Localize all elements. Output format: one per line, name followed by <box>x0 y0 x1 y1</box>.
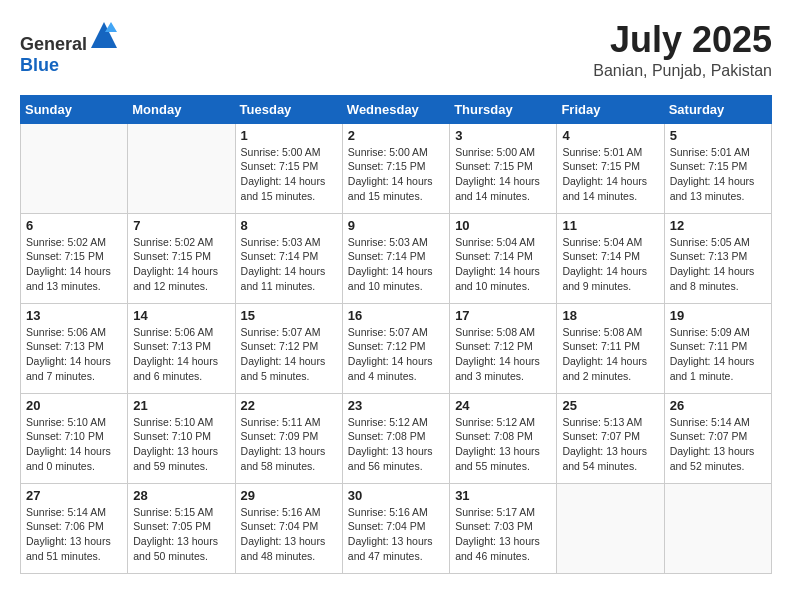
day-info: Sunrise: 5:08 AM Sunset: 7:11 PM Dayligh… <box>562 325 658 384</box>
day-number: 2 <box>348 128 444 143</box>
logo: General Blue <box>20 20 119 76</box>
calendar-cell: 9Sunrise: 5:03 AM Sunset: 7:14 PM Daylig… <box>342 213 449 303</box>
day-info: Sunrise: 5:01 AM Sunset: 7:15 PM Dayligh… <box>562 145 658 204</box>
title-block: July 2025 Banian, Punjab, Pakistan <box>593 20 772 80</box>
calendar-cell <box>21 123 128 213</box>
calendar-cell: 6Sunrise: 5:02 AM Sunset: 7:15 PM Daylig… <box>21 213 128 303</box>
calendar-cell: 22Sunrise: 5:11 AM Sunset: 7:09 PM Dayli… <box>235 393 342 483</box>
calendar-cell: 25Sunrise: 5:13 AM Sunset: 7:07 PM Dayli… <box>557 393 664 483</box>
calendar-cell: 18Sunrise: 5:08 AM Sunset: 7:11 PM Dayli… <box>557 303 664 393</box>
day-info: Sunrise: 5:03 AM Sunset: 7:14 PM Dayligh… <box>241 235 337 294</box>
day-number: 15 <box>241 308 337 323</box>
day-info: Sunrise: 5:06 AM Sunset: 7:13 PM Dayligh… <box>133 325 229 384</box>
calendar-cell <box>128 123 235 213</box>
calendar-cell: 10Sunrise: 5:04 AM Sunset: 7:14 PM Dayli… <box>450 213 557 303</box>
calendar-cell: 28Sunrise: 5:15 AM Sunset: 7:05 PM Dayli… <box>128 483 235 573</box>
logo-icon <box>89 20 119 50</box>
calendar-cell: 8Sunrise: 5:03 AM Sunset: 7:14 PM Daylig… <box>235 213 342 303</box>
day-number: 30 <box>348 488 444 503</box>
calendar-cell <box>664 483 771 573</box>
day-number: 5 <box>670 128 766 143</box>
day-number: 28 <box>133 488 229 503</box>
calendar-cell <box>557 483 664 573</box>
calendar-header-tuesday: Tuesday <box>235 95 342 123</box>
day-info: Sunrise: 5:00 AM Sunset: 7:15 PM Dayligh… <box>455 145 551 204</box>
day-info: Sunrise: 5:00 AM Sunset: 7:15 PM Dayligh… <box>348 145 444 204</box>
day-info: Sunrise: 5:01 AM Sunset: 7:15 PM Dayligh… <box>670 145 766 204</box>
calendar-cell: 29Sunrise: 5:16 AM Sunset: 7:04 PM Dayli… <box>235 483 342 573</box>
day-info: Sunrise: 5:08 AM Sunset: 7:12 PM Dayligh… <box>455 325 551 384</box>
calendar-week-row: 6Sunrise: 5:02 AM Sunset: 7:15 PM Daylig… <box>21 213 772 303</box>
day-info: Sunrise: 5:13 AM Sunset: 7:07 PM Dayligh… <box>562 415 658 474</box>
day-info: Sunrise: 5:07 AM Sunset: 7:12 PM Dayligh… <box>348 325 444 384</box>
day-info: Sunrise: 5:02 AM Sunset: 7:15 PM Dayligh… <box>26 235 122 294</box>
calendar-week-row: 1Sunrise: 5:00 AM Sunset: 7:15 PM Daylig… <box>21 123 772 213</box>
day-number: 29 <box>241 488 337 503</box>
calendar-cell: 12Sunrise: 5:05 AM Sunset: 7:13 PM Dayli… <box>664 213 771 303</box>
calendar-cell: 26Sunrise: 5:14 AM Sunset: 7:07 PM Dayli… <box>664 393 771 483</box>
calendar-header-sunday: Sunday <box>21 95 128 123</box>
day-info: Sunrise: 5:14 AM Sunset: 7:07 PM Dayligh… <box>670 415 766 474</box>
calendar-week-row: 27Sunrise: 5:14 AM Sunset: 7:06 PM Dayli… <box>21 483 772 573</box>
day-info: Sunrise: 5:00 AM Sunset: 7:15 PM Dayligh… <box>241 145 337 204</box>
calendar-cell: 16Sunrise: 5:07 AM Sunset: 7:12 PM Dayli… <box>342 303 449 393</box>
day-info: Sunrise: 5:10 AM Sunset: 7:10 PM Dayligh… <box>133 415 229 474</box>
day-number: 27 <box>26 488 122 503</box>
day-info: Sunrise: 5:05 AM Sunset: 7:13 PM Dayligh… <box>670 235 766 294</box>
calendar-header-thursday: Thursday <box>450 95 557 123</box>
calendar-cell: 11Sunrise: 5:04 AM Sunset: 7:14 PM Dayli… <box>557 213 664 303</box>
calendar-cell: 20Sunrise: 5:10 AM Sunset: 7:10 PM Dayli… <box>21 393 128 483</box>
day-number: 13 <box>26 308 122 323</box>
calendar-cell: 1Sunrise: 5:00 AM Sunset: 7:15 PM Daylig… <box>235 123 342 213</box>
day-number: 7 <box>133 218 229 233</box>
day-number: 23 <box>348 398 444 413</box>
day-info: Sunrise: 5:14 AM Sunset: 7:06 PM Dayligh… <box>26 505 122 564</box>
calendar-cell: 2Sunrise: 5:00 AM Sunset: 7:15 PM Daylig… <box>342 123 449 213</box>
day-number: 4 <box>562 128 658 143</box>
logo-text: General Blue <box>20 20 119 76</box>
day-number: 22 <box>241 398 337 413</box>
day-number: 25 <box>562 398 658 413</box>
day-number: 8 <box>241 218 337 233</box>
calendar-cell: 31Sunrise: 5:17 AM Sunset: 7:03 PM Dayli… <box>450 483 557 573</box>
calendar-cell: 5Sunrise: 5:01 AM Sunset: 7:15 PM Daylig… <box>664 123 771 213</box>
day-info: Sunrise: 5:12 AM Sunset: 7:08 PM Dayligh… <box>348 415 444 474</box>
day-info: Sunrise: 5:09 AM Sunset: 7:11 PM Dayligh… <box>670 325 766 384</box>
day-info: Sunrise: 5:04 AM Sunset: 7:14 PM Dayligh… <box>562 235 658 294</box>
location-title: Banian, Punjab, Pakistan <box>593 62 772 80</box>
day-number: 26 <box>670 398 766 413</box>
calendar-cell: 15Sunrise: 5:07 AM Sunset: 7:12 PM Dayli… <box>235 303 342 393</box>
day-info: Sunrise: 5:07 AM Sunset: 7:12 PM Dayligh… <box>241 325 337 384</box>
day-number: 16 <box>348 308 444 323</box>
calendar-header-saturday: Saturday <box>664 95 771 123</box>
day-number: 3 <box>455 128 551 143</box>
calendar-cell: 4Sunrise: 5:01 AM Sunset: 7:15 PM Daylig… <box>557 123 664 213</box>
calendar-table: SundayMondayTuesdayWednesdayThursdayFrid… <box>20 95 772 574</box>
day-number: 18 <box>562 308 658 323</box>
calendar-cell: 27Sunrise: 5:14 AM Sunset: 7:06 PM Dayli… <box>21 483 128 573</box>
day-number: 1 <box>241 128 337 143</box>
calendar-header-monday: Monday <box>128 95 235 123</box>
day-number: 6 <box>26 218 122 233</box>
day-number: 12 <box>670 218 766 233</box>
svg-marker-1 <box>105 22 117 32</box>
day-info: Sunrise: 5:06 AM Sunset: 7:13 PM Dayligh… <box>26 325 122 384</box>
calendar-cell: 14Sunrise: 5:06 AM Sunset: 7:13 PM Dayli… <box>128 303 235 393</box>
day-number: 17 <box>455 308 551 323</box>
page-header: General Blue July 2025 Banian, Punjab, P… <box>20 20 772 80</box>
calendar-cell: 21Sunrise: 5:10 AM Sunset: 7:10 PM Dayli… <box>128 393 235 483</box>
calendar-cell: 24Sunrise: 5:12 AM Sunset: 7:08 PM Dayli… <box>450 393 557 483</box>
day-number: 10 <box>455 218 551 233</box>
day-info: Sunrise: 5:15 AM Sunset: 7:05 PM Dayligh… <box>133 505 229 564</box>
calendar-cell: 19Sunrise: 5:09 AM Sunset: 7:11 PM Dayli… <box>664 303 771 393</box>
calendar-cell: 13Sunrise: 5:06 AM Sunset: 7:13 PM Dayli… <box>21 303 128 393</box>
day-info: Sunrise: 5:16 AM Sunset: 7:04 PM Dayligh… <box>241 505 337 564</box>
day-info: Sunrise: 5:12 AM Sunset: 7:08 PM Dayligh… <box>455 415 551 474</box>
calendar-week-row: 13Sunrise: 5:06 AM Sunset: 7:13 PM Dayli… <box>21 303 772 393</box>
day-info: Sunrise: 5:10 AM Sunset: 7:10 PM Dayligh… <box>26 415 122 474</box>
day-number: 20 <box>26 398 122 413</box>
day-number: 11 <box>562 218 658 233</box>
calendar-header-row: SundayMondayTuesdayWednesdayThursdayFrid… <box>21 95 772 123</box>
day-number: 14 <box>133 308 229 323</box>
calendar-cell: 3Sunrise: 5:00 AM Sunset: 7:15 PM Daylig… <box>450 123 557 213</box>
